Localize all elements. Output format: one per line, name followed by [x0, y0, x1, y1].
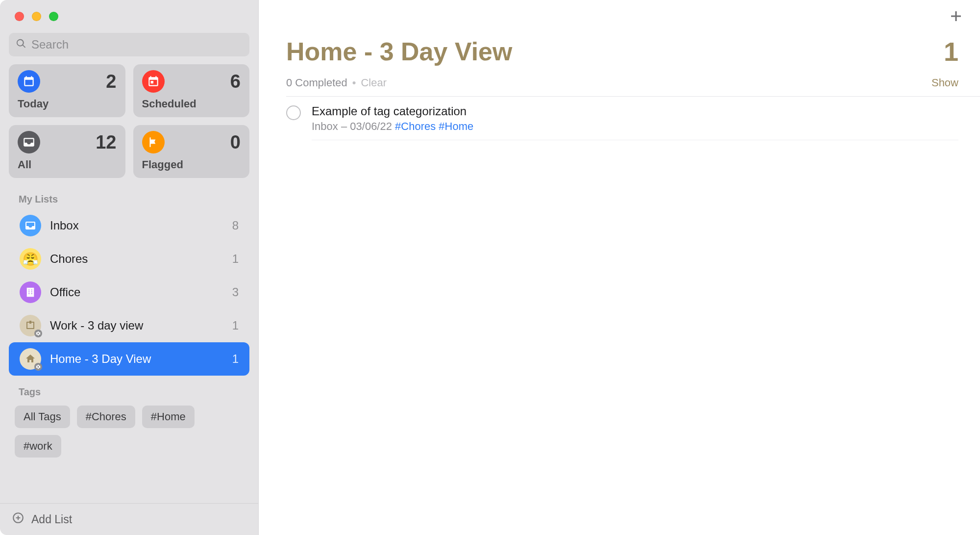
app-window: 2 Today 6 Scheduled 12 — [0, 0, 980, 535]
tag-all[interactable]: All Tags — [15, 406, 70, 428]
today-label: Today — [18, 98, 117, 110]
search-field[interactable] — [9, 33, 249, 56]
list-label: Home - 3 Day View — [50, 352, 223, 366]
flag-icon — [142, 131, 165, 153]
inbox-icon — [20, 215, 41, 236]
minimize-window-button[interactable] — [32, 12, 41, 21]
list-total-count: 1 — [944, 36, 958, 67]
reminder-list-name: Inbox — [312, 120, 338, 132]
scheduled-card[interactable]: 6 Scheduled — [133, 64, 250, 117]
calendar-today-icon — [18, 70, 40, 93]
list-label: Work - 3 day view — [50, 319, 223, 332]
gear-badge-icon — [34, 363, 42, 371]
reminder-tag[interactable]: #Home — [439, 120, 473, 132]
tags-row: All Tags #Chores #Home #work — [0, 402, 258, 467]
flagged-card[interactable]: 0 Flagged — [133, 125, 250, 178]
flagged-label: Flagged — [142, 158, 241, 171]
list-label: Inbox — [50, 219, 223, 232]
tag-home[interactable]: #Home — [142, 406, 195, 428]
reminder-tag[interactable]: #Chores — [395, 120, 436, 132]
reminder-date: 03/06/22 — [350, 120, 392, 132]
list-office[interactable]: Office 3 — [9, 276, 249, 309]
main-pane: Home - 3 Day View 1 0 Completed • Clear … — [259, 0, 980, 535]
tag-work[interactable]: #work — [15, 435, 61, 458]
list-count: 1 — [232, 252, 239, 266]
reminder-meta: Inbox – 03/06/22 #Chores #Home — [312, 120, 958, 133]
smart-lists-grid: 2 Today 6 Scheduled 12 — [0, 64, 258, 183]
my-lists-heading: My Lists — [0, 183, 258, 209]
reminder-item[interactable]: Example of tag categorization Inbox – 03… — [259, 97, 980, 140]
list-label: Chores — [50, 252, 223, 266]
clear-completed-button[interactable]: Clear — [361, 76, 387, 89]
list-count: 1 — [232, 352, 239, 366]
building-icon — [20, 281, 41, 303]
list-count: 1 — [232, 319, 239, 332]
tag-chores[interactable]: #Chores — [77, 406, 135, 428]
show-completed-button[interactable]: Show — [931, 76, 958, 89]
list-home-3day[interactable]: Home - 3 Day View 1 — [9, 342, 249, 376]
list-chores[interactable]: 😤 Chores 1 — [9, 242, 249, 276]
window-controls — [0, 0, 258, 33]
reminder-body: Example of tag categorization Inbox – 03… — [312, 104, 958, 140]
all-card[interactable]: 12 All — [9, 125, 125, 178]
list-inbox[interactable]: Inbox 8 — [9, 209, 249, 242]
list-count: 8 — [232, 219, 239, 232]
my-lists: Inbox 8 😤 Chores 1 Office 3 — [0, 209, 258, 376]
sidebar: 2 Today 6 Scheduled 12 — [0, 0, 259, 535]
plus-circle-icon — [12, 511, 24, 527]
flagged-count: 0 — [230, 132, 241, 153]
scheduled-label: Scheduled — [142, 98, 241, 110]
tray-icon — [18, 131, 40, 153]
search-input[interactable] — [31, 38, 243, 51]
chores-emoji-icon: 😤 — [20, 248, 41, 270]
briefcase-smart-icon — [20, 315, 41, 336]
gear-badge-icon — [34, 330, 42, 337]
list-count: 3 — [232, 285, 239, 299]
list-header: Home - 3 Day View 1 — [259, 25, 980, 67]
completed-bar: 0 Completed • Clear Show — [259, 67, 980, 96]
scheduled-count: 6 — [230, 71, 241, 92]
today-count: 2 — [106, 71, 116, 92]
today-card[interactable]: 2 Today — [9, 64, 125, 117]
list-label: Office — [50, 285, 223, 299]
meta-separator: – — [341, 120, 350, 132]
list-work-3day[interactable]: Work - 3 day view 1 — [9, 309, 249, 342]
main-toolbar — [259, 0, 980, 25]
search-icon — [16, 38, 26, 51]
list-title: Home - 3 Day View — [286, 37, 512, 66]
reminder-title: Example of tag categorization — [312, 104, 958, 118]
add-list-button[interactable]: Add List — [0, 503, 258, 535]
all-count: 12 — [96, 132, 116, 153]
all-label: All — [18, 158, 117, 171]
separator-dot: • — [352, 76, 356, 89]
add-list-label: Add List — [31, 513, 72, 526]
new-reminder-button[interactable] — [949, 9, 963, 25]
calendar-icon — [142, 70, 165, 93]
completed-text: 0 Completed — [286, 76, 347, 89]
house-smart-icon — [20, 348, 41, 370]
close-window-button[interactable] — [15, 12, 24, 21]
fullscreen-window-button[interactable] — [49, 12, 58, 21]
tags-heading: Tags — [0, 376, 258, 402]
complete-toggle[interactable] — [286, 105, 301, 120]
